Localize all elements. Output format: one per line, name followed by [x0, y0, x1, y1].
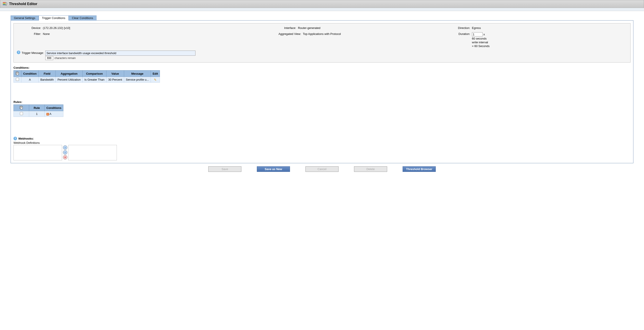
conditions-th-message[interactable]: Message	[124, 70, 150, 77]
duration-line2: write interval	[472, 41, 490, 44]
table-row[interactable]: A Bandwidth Percent Utilization Is Great…	[14, 77, 160, 82]
tab-trigger-conditions[interactable]: Trigger Conditions	[39, 16, 69, 20]
conditions-menu-header[interactable]	[14, 70, 22, 77]
duration-line3: = 60 Seconds	[472, 44, 490, 48]
trigger-message-input[interactable]	[45, 50, 196, 56]
clear-webhook-button[interactable]: ×	[63, 155, 67, 160]
cell-condition: A	[22, 77, 39, 82]
device-label: Device:	[17, 26, 41, 30]
conditions-th-condition[interactable]: Condition	[22, 70, 39, 77]
app-icon	[2, 2, 7, 6]
svg-rect-1	[3, 3, 6, 4]
conditions-table: Condition Field Aggregation Comparison V…	[14, 70, 160, 82]
filter-label: Filter:	[17, 32, 41, 36]
row-checkbox[interactable]	[16, 78, 19, 81]
conditions-th-aggregation[interactable]: Aggregation	[56, 70, 82, 77]
rules-table: Rule Conditions 1 ×A	[14, 104, 64, 117]
cell-value: 30 Percent	[106, 77, 124, 82]
device-value: (172.20.26.132) [v10]	[43, 26, 273, 30]
aggview-label: Aggregated View:	[278, 32, 301, 36]
webhooks-heading: Webhooks:	[18, 137, 34, 140]
cell-aggregation: Percent Utilization	[56, 77, 82, 82]
rules-heading: Rules:	[14, 100, 630, 104]
tab-bar: General Settings Trigger Conditions Clea…	[10, 16, 634, 20]
help-icon[interactable]: ?	[17, 50, 20, 54]
cell-message: Service profile u...	[124, 77, 150, 82]
duration-label: Duration:	[455, 32, 470, 36]
conditions-th-field[interactable]: Field	[38, 70, 56, 77]
window-title: Threshold Editor	[9, 2, 37, 6]
save-button: Save	[208, 166, 242, 172]
conditions-th-edit[interactable]: Edit	[150, 70, 160, 77]
cancel-button: Cancel	[306, 166, 338, 172]
rules-menu-header[interactable]	[14, 105, 29, 111]
toolbar-strip	[0, 8, 644, 11]
cell-field: Bandwidth	[38, 77, 56, 82]
help-icon[interactable]: ?	[14, 137, 17, 140]
row-checkbox[interactable]	[20, 112, 23, 115]
tab-clear-conditions[interactable]: Clear Conditions	[69, 16, 96, 20]
remove-condition-icon[interactable]: ×	[46, 113, 49, 116]
webhooks-selected-list[interactable]	[68, 145, 117, 160]
table-menu-icon	[20, 106, 24, 110]
webhooks-available-list[interactable]	[14, 145, 62, 160]
conditions-heading: Conditions:	[14, 66, 630, 69]
table-menu-icon	[16, 71, 20, 75]
save-as-new-button[interactable]: Save as New	[257, 166, 290, 172]
content-panel: Device: (172.20.26.132) [v10] Interface:…	[10, 20, 634, 163]
tab-general-settings[interactable]: General Settings	[10, 16, 39, 20]
remove-webhook-button[interactable]: ‹	[63, 150, 67, 154]
edit-icon[interactable]: ✎	[154, 78, 157, 82]
rules-th-conditions[interactable]: Conditions	[44, 105, 64, 111]
trigger-message-label: Trigger Message:	[22, 50, 44, 54]
interface-label: Interface:	[278, 26, 296, 30]
interface-value: Router-generated	[298, 26, 450, 30]
direction-label: Direction:	[455, 26, 470, 30]
duration-input[interactable]	[472, 32, 482, 36]
direction-value: Egress	[472, 26, 638, 30]
info-box: Device: (172.20.26.132) [v10] Interface:…	[14, 23, 630, 62]
duration-multiplier: x	[484, 33, 485, 36]
delete-button: Delete	[354, 166, 387, 172]
filter-value: None	[43, 32, 273, 36]
main-area: General Settings Trigger Conditions Clea…	[0, 11, 644, 174]
duration-line1: 60 seconds	[472, 37, 490, 40]
conditions-th-value[interactable]: Value	[106, 70, 124, 77]
conditions-th-comparison[interactable]: Comparison	[82, 70, 106, 77]
threshold-browser-button[interactable]: Threshold Browser	[402, 166, 436, 172]
webhooks-sublabel: Webhook Definitions	[14, 141, 630, 144]
chars-remaining-label: characters remain	[54, 56, 76, 60]
chars-remaining-count: 698	[45, 56, 53, 60]
window-titlebar: Threshold Editor	[0, 0, 644, 8]
aggview-value: Top Applications with Protocol	[303, 32, 450, 36]
cell-rule-conditions: A	[50, 112, 52, 116]
add-webhook-button[interactable]: ›	[63, 145, 67, 150]
svg-rect-2	[3, 4, 6, 4]
cell-rule: 1	[29, 111, 44, 117]
table-row[interactable]: 1 ×A	[14, 111, 64, 117]
cell-comparison: Is Greater Than	[82, 77, 106, 82]
footer-buttons: Save Save as New Cancel Delete Threshold…	[10, 166, 634, 172]
rules-th-rule[interactable]: Rule	[29, 105, 44, 111]
